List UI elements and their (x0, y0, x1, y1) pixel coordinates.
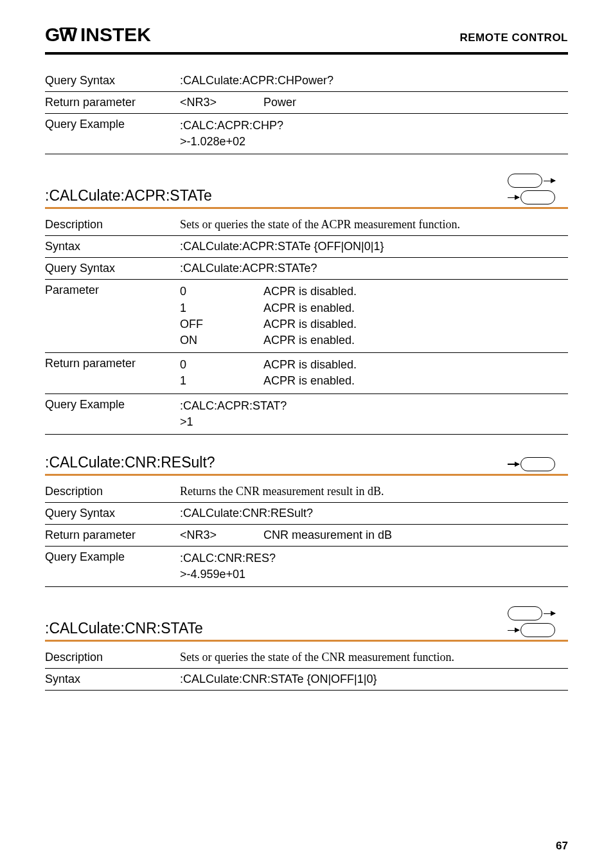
section-title: :CALCulate:CNR:STATe (45, 620, 203, 637)
description-row: Description Sets or queries the state of… (45, 209, 568, 236)
return-parameter-row: Return parameter 0ACPR is disabled. 1ACP… (45, 353, 568, 393)
query-icon (508, 457, 555, 471)
param-desc: ACPR is disabled. (263, 285, 357, 298)
example-line: :CALC:CNR:RES? (180, 550, 568, 566)
label: Syntax (45, 240, 180, 253)
icon-group (508, 606, 568, 637)
param-key: 1 (180, 300, 263, 316)
label: Return parameter (45, 357, 180, 389)
description-row: Description Sets or queries the state of… (45, 642, 568, 669)
param-desc: ACPR is enabled. (263, 334, 355, 347)
label: Query Syntax (45, 74, 180, 87)
param-desc: ACPR is enabled. (263, 302, 355, 314)
query-example-row: Query Example :CALC:CNR:RES? >-4.959e+01 (45, 547, 568, 587)
svg-text:INSTEK: INSTEK (80, 26, 151, 45)
value: 0ACPR is disabled. 1ACPR is enabled. OFF… (180, 284, 568, 348)
section-header: :CALCulate:CNR:STATe (45, 606, 568, 642)
value: <NR3>CNR measurement in dB (180, 529, 568, 542)
label: Return parameter (45, 529, 180, 542)
param-desc: ACPR is disabled. (263, 358, 357, 371)
label: Query Example (45, 550, 180, 583)
section-title: :CALCulate:ACPR:STATe (45, 187, 212, 204)
section-title: :CALCulate:CNR:RESult? (45, 454, 215, 471)
svg-text:G: G (45, 26, 59, 45)
query-icon (508, 623, 555, 637)
param-key: OFF (180, 316, 263, 332)
return-parameter-row: Return parameter <NR3>Power (45, 92, 568, 114)
parameter-row: Parameter 0ACPR is disabled. 1ACPR is en… (45, 280, 568, 353)
label: Parameter (45, 284, 180, 348)
param-key: 0 (180, 284, 263, 300)
value: Sets or queries the state of the CNR mea… (180, 651, 568, 664)
label: Query Example (45, 398, 180, 430)
query-syntax-row: Query Syntax :CALCulate:ACPR:CHPower? (45, 70, 568, 92)
value: <NR3>Power (180, 96, 568, 109)
value: :CALCulate:CNR:STATe {ON|OFF|1|0} (180, 673, 568, 686)
icon-group (508, 174, 568, 204)
param-key: 0 (180, 357, 263, 373)
value: :CALC:ACPR:STAT? >1 (180, 398, 568, 430)
query-example-row: Query Example :CALC:ACPR:CHP? >-1.028e+0… (45, 114, 568, 154)
query-syntax-row: Query Syntax :CALCulate:CNR:RESult? (45, 503, 568, 525)
syntax-row: Syntax :CALCulate:ACPR:STATe {OFF|ON|0|1… (45, 236, 568, 258)
page-number: 67 (556, 840, 568, 853)
header-section-title: REMOTE CONTROL (460, 32, 569, 44)
param-desc: CNR measurement in dB (263, 529, 392, 541)
value: :CALC:ACPR:CHP? >-1.028e+02 (180, 118, 568, 150)
label: Query Syntax (45, 262, 180, 275)
param-key: ON (180, 332, 263, 348)
value: :CALCulate:ACPR:STATe? (180, 262, 568, 275)
set-icon (508, 606, 555, 620)
page-header: G W INSTEK REMOTE CONTROL (45, 26, 568, 55)
label: Description (45, 651, 180, 664)
example-line: >-4.959e+01 (180, 566, 568, 583)
icon-group (508, 457, 568, 471)
param-type: <NR3> (180, 529, 263, 542)
param-desc: ACPR is enabled. (263, 374, 355, 387)
example-line: >-1.028e+02 (180, 134, 568, 150)
param-type: <NR3> (180, 96, 263, 109)
value: Returns the CNR measurement result in dB… (180, 485, 568, 498)
label: Syntax (45, 673, 180, 686)
value: :CALC:CNR:RES? >-4.959e+01 (180, 550, 568, 583)
example-line: :CALC:ACPR:CHP? (180, 118, 568, 134)
query-example-row: Query Example :CALC:ACPR:STAT? >1 (45, 394, 568, 435)
value: :CALCulate:CNR:RESult? (180, 507, 568, 520)
value: :CALCulate:ACPR:STATe {OFF|ON|0|1} (180, 240, 568, 253)
section-header: :CALCulate:ACPR:STATe (45, 174, 568, 209)
label: Return parameter (45, 96, 180, 109)
query-icon (508, 190, 555, 204)
label: Query Example (45, 118, 180, 150)
description-row: Description Returns the CNR measurement … (45, 476, 568, 503)
example-line: :CALC:ACPR:STAT? (180, 398, 568, 414)
example-line: >1 (180, 414, 568, 430)
label: Query Syntax (45, 507, 180, 520)
param-desc: ACPR is disabled. (263, 318, 357, 330)
value: 0ACPR is disabled. 1ACPR is enabled. (180, 357, 568, 389)
label: Description (45, 218, 180, 231)
label: Description (45, 485, 180, 498)
return-parameter-row: Return parameter <NR3>CNR measurement in… (45, 525, 568, 547)
query-syntax-row: Query Syntax :CALCulate:ACPR:STATe? (45, 258, 568, 280)
set-icon (508, 174, 555, 188)
section-header: :CALCulate:CNR:RESult? (45, 454, 568, 476)
param-key: 1 (180, 373, 263, 389)
value: Sets or queries the state of the ACPR me… (180, 218, 568, 231)
param-desc: Power (263, 96, 296, 109)
syntax-row: Syntax :CALCulate:CNR:STATe {ON|OFF|1|0} (45, 669, 568, 691)
logo: G W INSTEK (45, 26, 167, 50)
value: :CALCulate:ACPR:CHPower? (180, 74, 568, 87)
